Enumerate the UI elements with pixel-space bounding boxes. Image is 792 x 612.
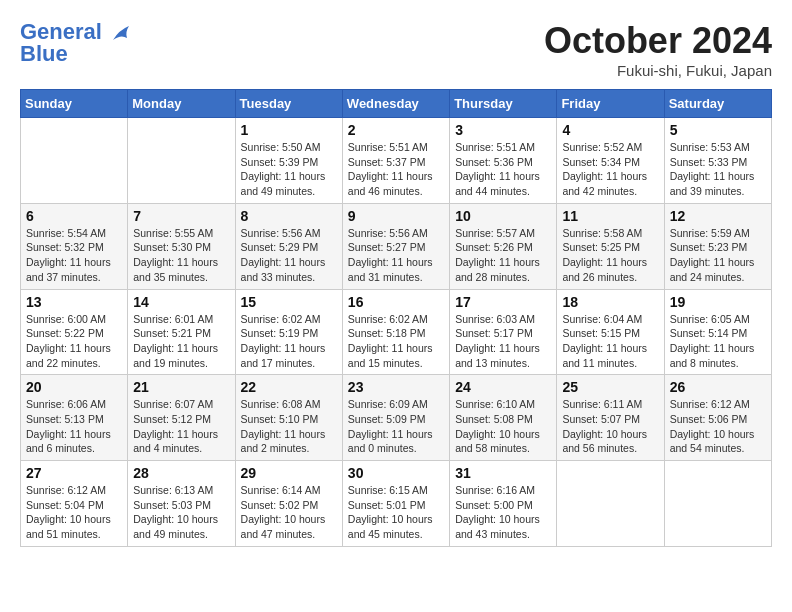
day-info: Sunrise: 5:59 AM Sunset: 5:23 PM Dayligh…	[670, 226, 766, 285]
calendar-cell: 8Sunrise: 5:56 AM Sunset: 5:29 PM Daylig…	[235, 203, 342, 289]
col-header-tuesday: Tuesday	[235, 90, 342, 118]
day-number: 7	[133, 208, 229, 224]
day-number: 5	[670, 122, 766, 138]
day-info: Sunrise: 5:51 AM Sunset: 5:37 PM Dayligh…	[348, 140, 444, 199]
day-number: 10	[455, 208, 551, 224]
day-info: Sunrise: 6:10 AM Sunset: 5:08 PM Dayligh…	[455, 397, 551, 456]
day-number: 23	[348, 379, 444, 395]
day-number: 28	[133, 465, 229, 481]
calendar-week-5: 27Sunrise: 6:12 AM Sunset: 5:04 PM Dayli…	[21, 461, 772, 547]
logo: General Blue	[20, 20, 131, 66]
col-header-thursday: Thursday	[450, 90, 557, 118]
logo-blue: Blue	[20, 42, 131, 66]
day-number: 22	[241, 379, 337, 395]
logo-bird-icon	[109, 22, 131, 44]
day-info: Sunrise: 6:09 AM Sunset: 5:09 PM Dayligh…	[348, 397, 444, 456]
calendar-cell: 7Sunrise: 5:55 AM Sunset: 5:30 PM Daylig…	[128, 203, 235, 289]
day-number: 18	[562, 294, 658, 310]
day-info: Sunrise: 6:04 AM Sunset: 5:15 PM Dayligh…	[562, 312, 658, 371]
day-number: 25	[562, 379, 658, 395]
calendar-cell: 1Sunrise: 5:50 AM Sunset: 5:39 PM Daylig…	[235, 118, 342, 204]
calendar-week-1: 1Sunrise: 5:50 AM Sunset: 5:39 PM Daylig…	[21, 118, 772, 204]
day-number: 9	[348, 208, 444, 224]
calendar-week-3: 13Sunrise: 6:00 AM Sunset: 5:22 PM Dayli…	[21, 289, 772, 375]
calendar-week-2: 6Sunrise: 5:54 AM Sunset: 5:32 PM Daylig…	[21, 203, 772, 289]
calendar-cell: 24Sunrise: 6:10 AM Sunset: 5:08 PM Dayli…	[450, 375, 557, 461]
day-info: Sunrise: 6:07 AM Sunset: 5:12 PM Dayligh…	[133, 397, 229, 456]
day-number: 14	[133, 294, 229, 310]
calendar-cell: 31Sunrise: 6:16 AM Sunset: 5:00 PM Dayli…	[450, 461, 557, 547]
day-number: 30	[348, 465, 444, 481]
day-info: Sunrise: 5:51 AM Sunset: 5:36 PM Dayligh…	[455, 140, 551, 199]
day-info: Sunrise: 5:58 AM Sunset: 5:25 PM Dayligh…	[562, 226, 658, 285]
day-info: Sunrise: 6:13 AM Sunset: 5:03 PM Dayligh…	[133, 483, 229, 542]
calendar-cell	[557, 461, 664, 547]
calendar-cell: 4Sunrise: 5:52 AM Sunset: 5:34 PM Daylig…	[557, 118, 664, 204]
day-number: 20	[26, 379, 122, 395]
day-info: Sunrise: 5:52 AM Sunset: 5:34 PM Dayligh…	[562, 140, 658, 199]
day-number: 29	[241, 465, 337, 481]
calendar-table: SundayMondayTuesdayWednesdayThursdayFrid…	[20, 89, 772, 547]
day-info: Sunrise: 6:12 AM Sunset: 5:04 PM Dayligh…	[26, 483, 122, 542]
location-subtitle: Fukui-shi, Fukui, Japan	[544, 62, 772, 79]
calendar-cell: 15Sunrise: 6:02 AM Sunset: 5:19 PM Dayli…	[235, 289, 342, 375]
day-number: 27	[26, 465, 122, 481]
day-info: Sunrise: 6:03 AM Sunset: 5:17 PM Dayligh…	[455, 312, 551, 371]
day-info: Sunrise: 6:14 AM Sunset: 5:02 PM Dayligh…	[241, 483, 337, 542]
calendar-cell: 6Sunrise: 5:54 AM Sunset: 5:32 PM Daylig…	[21, 203, 128, 289]
calendar-cell: 9Sunrise: 5:56 AM Sunset: 5:27 PM Daylig…	[342, 203, 449, 289]
day-info: Sunrise: 6:02 AM Sunset: 5:18 PM Dayligh…	[348, 312, 444, 371]
page-header: General Blue October 2024 Fukui-shi, Fuk…	[20, 20, 772, 79]
calendar-cell	[21, 118, 128, 204]
header-row: SundayMondayTuesdayWednesdayThursdayFrid…	[21, 90, 772, 118]
day-info: Sunrise: 5:55 AM Sunset: 5:30 PM Dayligh…	[133, 226, 229, 285]
calendar-cell: 22Sunrise: 6:08 AM Sunset: 5:10 PM Dayli…	[235, 375, 342, 461]
day-info: Sunrise: 5:54 AM Sunset: 5:32 PM Dayligh…	[26, 226, 122, 285]
calendar-cell: 14Sunrise: 6:01 AM Sunset: 5:21 PM Dayli…	[128, 289, 235, 375]
day-info: Sunrise: 5:57 AM Sunset: 5:26 PM Dayligh…	[455, 226, 551, 285]
calendar-cell: 23Sunrise: 6:09 AM Sunset: 5:09 PM Dayli…	[342, 375, 449, 461]
calendar-cell: 29Sunrise: 6:14 AM Sunset: 5:02 PM Dayli…	[235, 461, 342, 547]
day-number: 16	[348, 294, 444, 310]
calendar-cell	[664, 461, 771, 547]
col-header-wednesday: Wednesday	[342, 90, 449, 118]
day-number: 21	[133, 379, 229, 395]
calendar-cell	[128, 118, 235, 204]
day-number: 13	[26, 294, 122, 310]
calendar-cell: 12Sunrise: 5:59 AM Sunset: 5:23 PM Dayli…	[664, 203, 771, 289]
day-number: 1	[241, 122, 337, 138]
calendar-cell: 30Sunrise: 6:15 AM Sunset: 5:01 PM Dayli…	[342, 461, 449, 547]
day-number: 4	[562, 122, 658, 138]
day-info: Sunrise: 6:12 AM Sunset: 5:06 PM Dayligh…	[670, 397, 766, 456]
day-info: Sunrise: 6:05 AM Sunset: 5:14 PM Dayligh…	[670, 312, 766, 371]
day-number: 6	[26, 208, 122, 224]
calendar-cell: 28Sunrise: 6:13 AM Sunset: 5:03 PM Dayli…	[128, 461, 235, 547]
day-info: Sunrise: 5:56 AM Sunset: 5:29 PM Dayligh…	[241, 226, 337, 285]
calendar-cell: 17Sunrise: 6:03 AM Sunset: 5:17 PM Dayli…	[450, 289, 557, 375]
col-header-saturday: Saturday	[664, 90, 771, 118]
col-header-sunday: Sunday	[21, 90, 128, 118]
day-info: Sunrise: 5:50 AM Sunset: 5:39 PM Dayligh…	[241, 140, 337, 199]
calendar-cell: 20Sunrise: 6:06 AM Sunset: 5:13 PM Dayli…	[21, 375, 128, 461]
title-block: October 2024 Fukui-shi, Fukui, Japan	[544, 20, 772, 79]
col-header-friday: Friday	[557, 90, 664, 118]
calendar-cell: 25Sunrise: 6:11 AM Sunset: 5:07 PM Dayli…	[557, 375, 664, 461]
day-number: 2	[348, 122, 444, 138]
day-info: Sunrise: 5:56 AM Sunset: 5:27 PM Dayligh…	[348, 226, 444, 285]
day-number: 3	[455, 122, 551, 138]
day-info: Sunrise: 6:16 AM Sunset: 5:00 PM Dayligh…	[455, 483, 551, 542]
calendar-cell: 19Sunrise: 6:05 AM Sunset: 5:14 PM Dayli…	[664, 289, 771, 375]
day-info: Sunrise: 6:08 AM Sunset: 5:10 PM Dayligh…	[241, 397, 337, 456]
month-year-title: October 2024	[544, 20, 772, 62]
calendar-cell: 18Sunrise: 6:04 AM Sunset: 5:15 PM Dayli…	[557, 289, 664, 375]
day-info: Sunrise: 6:01 AM Sunset: 5:21 PM Dayligh…	[133, 312, 229, 371]
day-number: 26	[670, 379, 766, 395]
day-info: Sunrise: 6:00 AM Sunset: 5:22 PM Dayligh…	[26, 312, 122, 371]
calendar-cell: 21Sunrise: 6:07 AM Sunset: 5:12 PM Dayli…	[128, 375, 235, 461]
calendar-cell: 16Sunrise: 6:02 AM Sunset: 5:18 PM Dayli…	[342, 289, 449, 375]
calendar-cell: 3Sunrise: 5:51 AM Sunset: 5:36 PM Daylig…	[450, 118, 557, 204]
calendar-cell: 5Sunrise: 5:53 AM Sunset: 5:33 PM Daylig…	[664, 118, 771, 204]
day-info: Sunrise: 6:06 AM Sunset: 5:13 PM Dayligh…	[26, 397, 122, 456]
day-number: 17	[455, 294, 551, 310]
calendar-cell: 10Sunrise: 5:57 AM Sunset: 5:26 PM Dayli…	[450, 203, 557, 289]
